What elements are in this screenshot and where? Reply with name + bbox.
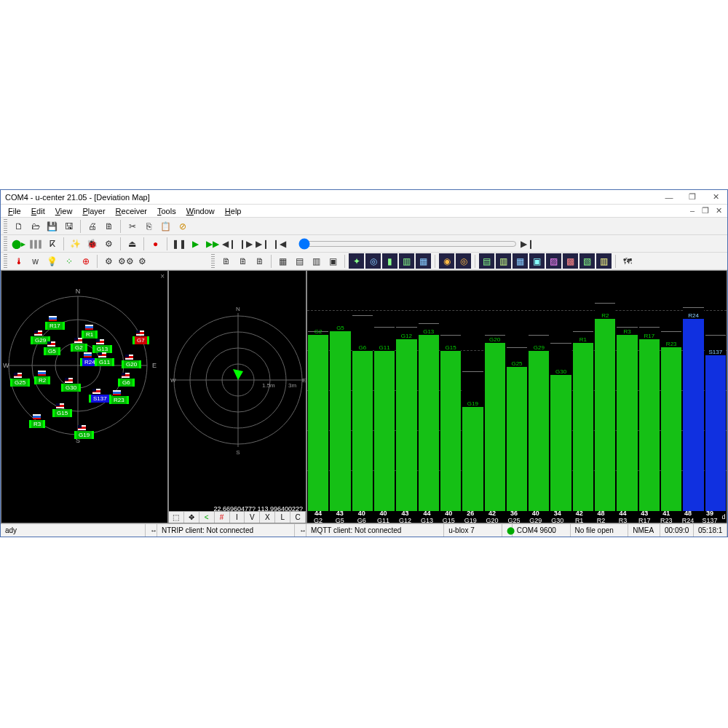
playback-slider[interactable] [298, 238, 517, 250]
menu-window[interactable]: Window [182, 206, 219, 216]
new-icon[interactable]: 🗋 [11, 218, 26, 234]
gear3-icon[interactable]: ⚙ [135, 253, 150, 269]
bar-r3[interactable]: R3 [616, 271, 638, 511]
layout1-icon[interactable]: ▦ [275, 253, 290, 269]
mdi-restore-icon[interactable]: ❐ [700, 206, 711, 215]
paste-icon[interactable]: 📋 [158, 218, 173, 234]
toolbar-grip[interactable] [4, 237, 7, 251]
devtool-2[interactable]: < [199, 512, 215, 523]
view-14-icon[interactable]: ▧ [579, 253, 595, 269]
view-5-icon[interactable]: ▦ [416, 253, 431, 269]
layout3-icon[interactable]: ▥ [309, 253, 324, 269]
menu-view[interactable]: View [51, 206, 77, 216]
bar-g13[interactable]: G13 [418, 271, 440, 511]
devtool-7[interactable]: L [275, 512, 290, 523]
pane-close-icon[interactable]: × [160, 272, 165, 280]
toolbar-grip[interactable] [211, 254, 215, 269]
bar-s137[interactable]: S137 [705, 271, 727, 511]
sat-g30[interactable]: G30 [61, 384, 81, 392]
sat-r23[interactable]: R23 [109, 396, 129, 404]
menu-file[interactable]: File [4, 206, 25, 216]
skip-end-icon[interactable]: ❙◀ [272, 236, 287, 251]
doc3-icon[interactable]: 🗎 [252, 253, 267, 269]
view-7-icon[interactable]: ◎ [456, 253, 471, 269]
bar-r17[interactable]: R17 [638, 271, 660, 511]
doc2-icon[interactable]: 🗎 [235, 253, 250, 269]
sat-r17[interactable]: R17 [45, 322, 65, 330]
sat-g5[interactable]: G5 [44, 347, 60, 355]
bar-g25[interactable]: G25 [506, 271, 528, 511]
sat-g15[interactable]: G15 [52, 409, 72, 417]
sat-r3[interactable]: R3 [29, 420, 45, 428]
bar-g5[interactable]: G5 [329, 271, 351, 511]
print-icon[interactable]: 🖨 [84, 218, 100, 234]
devtool-1[interactable]: ✥ [184, 512, 199, 523]
view-13-icon[interactable]: ▩ [563, 253, 578, 269]
menu-receiver[interactable]: Receiver [111, 206, 151, 216]
sat-g25[interactable]: G25 [10, 379, 30, 387]
gear-icon[interactable]: ⚙ [101, 236, 116, 251]
devtool-3[interactable]: # [215, 512, 230, 523]
play-icon[interactable]: ▶ [188, 236, 203, 251]
skip-fwd-icon[interactable]: ▶❙ [255, 236, 270, 251]
devtool-4[interactable]: I [230, 512, 245, 523]
bar-g30[interactable]: G30 [550, 271, 571, 511]
sat-g20[interactable]: G20 [122, 360, 141, 368]
gear2-icon[interactable]: ⚙ [101, 253, 116, 269]
disconnect-icon[interactable]: ∥∥∥ [28, 236, 43, 251]
sat-g11[interactable]: G11 [95, 358, 114, 366]
view-12-icon[interactable]: ▨ [546, 253, 561, 269]
view-10-icon[interactable]: ▦ [513, 253, 528, 269]
mdi-close-icon[interactable]: ✕ [713, 206, 724, 215]
wand-icon[interactable]: ✨ [68, 236, 83, 251]
bar-g2[interactable]: G2 [307, 271, 329, 511]
bar-g29[interactable]: G29 [528, 271, 550, 511]
devtool-0[interactable]: ⬚ [169, 512, 184, 523]
menu-help[interactable]: Help [221, 206, 246, 216]
bug-icon[interactable]: 🐞 [84, 236, 100, 251]
record-icon[interactable]: ● [148, 236, 163, 251]
bar-r24[interactable]: R24 [682, 271, 704, 511]
step-back-icon[interactable]: ◀❙ [221, 236, 237, 251]
view-8-icon[interactable]: ▤ [479, 253, 494, 269]
view-11-icon[interactable]: ▣ [529, 253, 545, 269]
mdi-minimize-icon[interactable]: – [687, 206, 698, 215]
sat-r1[interactable]: R1 [82, 331, 98, 339]
cluster-icon[interactable]: ⁘ [61, 253, 76, 269]
save-icon[interactable]: 💾 [44, 218, 60, 234]
cut-icon[interactable]: ✂ [124, 218, 140, 234]
bar-r1[interactable]: R1 [572, 271, 594, 511]
toolbar-grip[interactable] [4, 219, 7, 234]
close-button[interactable]: ✕ [704, 190, 727, 205]
watch-icon[interactable]: w [28, 253, 43, 269]
step-fwd-icon[interactable]: ❙▶ [238, 236, 253, 251]
sat-g2[interactable]: G2 [71, 344, 87, 352]
eject-icon[interactable]: ⏏ [124, 236, 140, 251]
open-icon[interactable]: 🗁 [28, 218, 43, 234]
bar-g6[interactable]: G6 [352, 271, 373, 511]
doc-icon[interactable]: 🗎 [218, 253, 234, 269]
thermo-icon[interactable]: 🌡 [11, 253, 26, 269]
view-sky-icon[interactable]: ✦ [349, 253, 364, 269]
save-icon-2[interactable]: 🖫 [61, 218, 76, 234]
sat-g19[interactable]: G19 [74, 431, 94, 439]
view-15-icon[interactable]: ▥ [596, 253, 612, 269]
sat-g6[interactable]: G6 [118, 379, 135, 387]
bar-g20[interactable]: G20 [484, 271, 506, 511]
menu-player[interactable]: Player [78, 206, 109, 216]
bar-g11[interactable]: G11 [373, 271, 395, 511]
view-signal-icon[interactable]: ▮ [382, 253, 397, 269]
layout4-icon[interactable]: ▣ [325, 253, 341, 269]
cancel-icon[interactable]: ⊘ [175, 218, 190, 234]
view-dev-icon[interactable]: ◎ [365, 253, 381, 269]
copy-icon[interactable]: ⎘ [141, 218, 157, 234]
bar-g19[interactable]: G19 [462, 271, 483, 511]
sat-r2[interactable]: R2 [34, 376, 50, 384]
pulse-icon[interactable]: ⴽ [44, 236, 60, 251]
connect-icon[interactable]: ⬤▸ [11, 236, 26, 251]
devtool-5[interactable]: V [245, 512, 260, 523]
devtool-6[interactable]: X [260, 512, 275, 523]
maximize-button[interactable]: ❐ [681, 190, 704, 205]
lamp-icon[interactable]: 💡 [44, 253, 60, 269]
seek-end-icon[interactable]: ▶❙ [520, 236, 535, 251]
